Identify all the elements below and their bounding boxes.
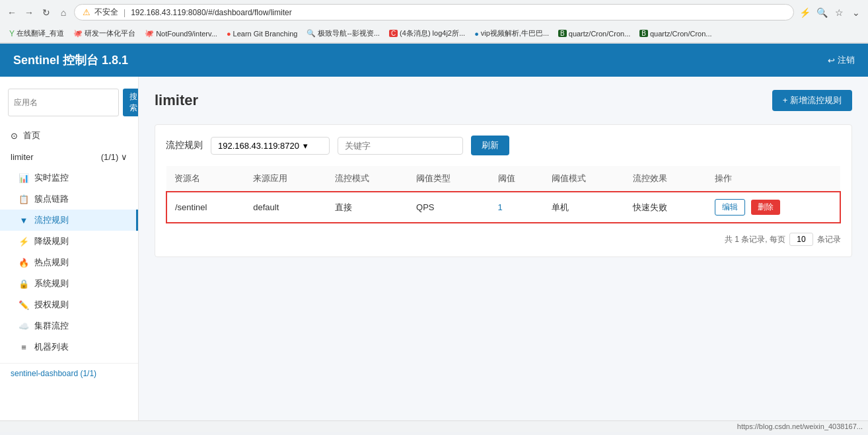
col-effect: 流控效果 [625,166,706,192]
sidebar-footer-item[interactable]: sentinel-dashboard (1/1) [0,363,138,383]
table-row: /sentinel default 直接 QPS 1 单机 快速失败 编辑 删除 [166,192,840,223]
col-source: 来源应用 [245,166,326,192]
cell-resource: /sentinel [166,192,245,223]
sidebar-item-cluster-flow[interactable]: ☁️ 集群流控 [0,315,138,336]
page-title: limiter [155,92,198,109]
sidebar-item-machine-list[interactable]: ≡ 机器列表 [0,336,138,358]
fire-icon: 🔥 [18,258,29,268]
delete-button[interactable]: 删除 [751,200,780,215]
sidebar: 搜索 ⊙ 首页 limiter (1/1) ∨ 📊 实时监控 📋 [0,77,139,420]
group-name-label: limiter [11,152,34,162]
edit-button[interactable]: 编辑 [715,199,745,216]
status-bar: https://blog.csdn.net/weixin_4038167... [0,420,868,432]
home-icon: ⊙ [11,131,18,141]
cell-threshold-type: QPS [408,192,489,223]
home-button[interactable]: ⌂ [57,6,70,19]
back-button[interactable]: ← [5,6,18,19]
sidebar-item-realtime[interactable]: 📊 实时监控 [0,167,138,188]
app-header: Sentinel 控制台 1.8.1 ↩ 注销 [0,44,868,77]
lightning-icon: ⚡ [18,237,29,247]
search-button[interactable]: 🔍 [815,6,828,19]
cell-effect: 快速失败 [625,192,706,223]
app-body: 搜索 ⊙ 首页 limiter (1/1) ∨ 📊 实时监控 📋 [0,77,868,420]
bookmark-youdao[interactable]: Y 在线翻译_有道 [5,27,68,40]
col-operation: 操作 [707,166,840,192]
browser-toolbar: ← → ↻ ⌂ ⚠ 不安全 | 192.168.43.119:8080/#/da… [0,0,868,24]
sidebar-home-item[interactable]: ⊙ 首页 [0,124,138,147]
pagination-records: 条记录 [817,234,841,245]
chevron-down-icon: ▾ [303,141,308,151]
table-card: 流控规则 192.168.43.119:8720 ▾ 刷新 资源名 来源应用 流… [155,124,852,257]
main-content: limiter + 新增流控规则 流控规则 192.168.43.119:872… [139,77,868,420]
bookmark-vip[interactable]: ● vip视频解析,牛巴巴... [470,27,553,40]
security-label: 不安全 [94,7,118,18]
logout-icon: ↩ [828,56,835,65]
bookmark-platform[interactable]: 🐙 研发一体化平台 [69,27,139,40]
star-button[interactable]: ☆ [832,6,846,19]
table-toolbar: 流控规则 192.168.43.119:8720 ▾ 刷新 [166,136,841,155]
edit-icon: ✏️ [18,300,29,310]
pagination-total: 共 1 条记录, 每页 [725,234,785,245]
cell-operations: 编辑 删除 [707,192,840,223]
sidebar-menu: 📊 实时监控 📋 簇点链路 ▼ 流控规则 ⚡ 降级规则 🔥 热点规则 [0,167,138,358]
sidebar-item-degrade-rules[interactable]: ⚡ 降级规则 [0,231,138,252]
bookmark-git[interactable]: ● Learn Git Branching [223,28,302,39]
sidebar-search-section: 搜索 [0,83,138,122]
cell-threshold-mode: 单机 [544,192,625,223]
col-resource: 资源名 [166,166,245,192]
sidebar-item-cluster-link[interactable]: 📋 簇点链路 [0,188,138,210]
menu-button[interactable]: ⌄ [850,6,863,19]
reload-button[interactable]: ↻ [40,6,53,19]
table-header: 资源名 来源应用 流控模式 阈值类型 阈值 阈值模式 流控效果 操作 [166,166,840,192]
table-icon: ≡ [18,342,29,352]
bookmarks-bar: Y 在线翻译_有道 🐙 研发一体化平台 🐙 NotFound9/interv..… [0,24,868,43]
sidebar-item-system-rules[interactable]: 🔒 系统规则 [0,273,138,294]
address-bar[interactable]: ⚠ 不安全 | 192.168.43.119:8080/#/dashboard/… [74,4,794,20]
browser-chrome: ← → ↻ ⌂ ⚠ 不安全 | 192.168.43.119:8080/#/da… [0,0,868,44]
cell-threshold: 1 [490,192,544,223]
lightning-button[interactable]: ⚡ [798,6,811,19]
app-search-button[interactable]: 搜索 [123,89,139,116]
lock-icon: 🔒 [18,279,29,289]
status-url: https://blog.csdn.net/weixin_4038167... [737,422,863,430]
sidebar-group-limiter[interactable]: limiter (1/1) ∨ [0,147,138,167]
group-count-label: (1/1) ∨ [101,152,127,162]
chart-icon: 📊 [18,173,29,183]
app-title: Sentinel 控制台 1.8.1 [13,52,128,68]
cloud-icon: ☁️ [18,321,29,331]
keyword-input[interactable] [338,137,463,155]
app-wrapper: Sentinel 控制台 1.8.1 ↩ 注销 搜索 ⊙ 首页 limiter … [0,44,868,420]
logout-button[interactable]: ↩ 注销 [828,54,855,66]
col-threshold: 阈值 [490,166,544,192]
col-threshold-type: 阈值类型 [408,166,489,192]
app-search-input[interactable] [8,89,119,116]
col-threshold-mode: 阈值模式 [544,166,625,192]
list-icon: 📋 [18,194,29,204]
bookmark-quartz2[interactable]: B quartz/Cron/Cron... [635,28,715,39]
sidebar-item-hotspot-rules[interactable]: 🔥 热点规则 [0,252,138,273]
url-text: 192.168.43.119:8080/#/dashboard/flow/lim… [131,8,785,17]
sidebar-item-flow-rules[interactable]: ▼ 流控规则 [0,210,138,231]
refresh-button[interactable]: 刷新 [471,136,509,155]
server-select[interactable]: 192.168.43.119:8720 ▾ [211,137,330,155]
bookmark-quartz1[interactable]: B quartz/Cron/Cron... [554,28,634,39]
bookmark-nav[interactable]: 🔍 极致导航--影视资... [303,27,384,40]
pagination: 共 1 条记录, 每页 条记录 [166,233,841,246]
forward-button[interactable]: → [22,6,36,19]
table-body: /sentinel default 直接 QPS 1 单机 快速失败 编辑 删除 [166,192,840,223]
add-rule-button[interactable]: + 新增流控规则 [772,90,852,111]
col-flow-mode: 流控模式 [327,166,408,192]
table-section-label: 流控规则 [166,139,203,151]
bookmark-notfound[interactable]: 🐙 NotFound9/interv... [141,28,221,39]
security-warning-icon: ⚠ [83,7,90,17]
flow-rules-table: 资源名 来源应用 流控模式 阈值类型 阈值 阈值模式 流控效果 操作 /sent [166,166,841,223]
cell-source: default [245,192,326,223]
flow-icon: ▼ [18,216,29,225]
per-page-input[interactable] [789,233,813,246]
bookmark-log4j[interactable]: C (4条消息) log4j2所... [385,27,469,40]
sidebar-item-auth-rules[interactable]: ✏️ 授权规则 [0,294,138,315]
cell-flow-mode: 直接 [327,192,408,223]
page-header: limiter + 新增流控规则 [155,90,852,111]
